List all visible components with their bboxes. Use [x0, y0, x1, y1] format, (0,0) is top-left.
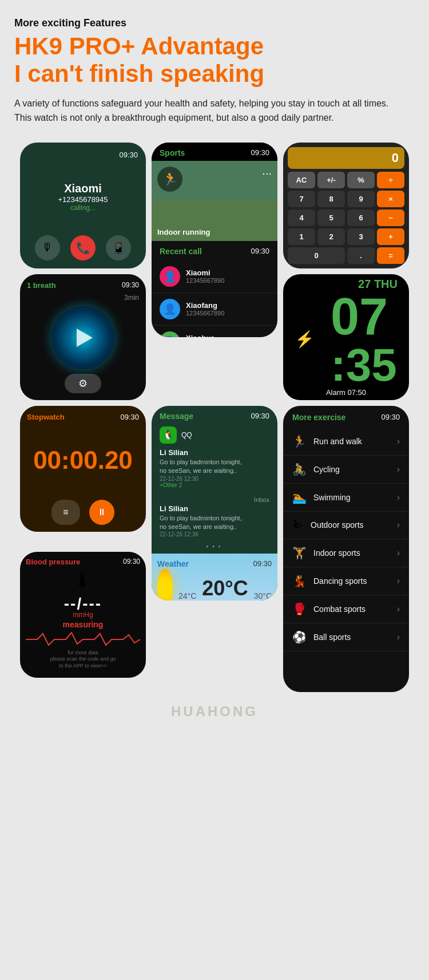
exercise-label-indoor: Indoor sports	[313, 548, 397, 558]
contact-item-3[interactable]: 👤 Xiaohua 12345667890	[152, 326, 277, 337]
calc-btn-plus[interactable]: +	[377, 228, 404, 245]
sports-more-button[interactable]: ···	[262, 167, 272, 180]
ball-icon: ⚽	[292, 630, 307, 644]
calc-btn-5[interactable]: 5	[317, 210, 345, 226]
stopwatch-menu-button[interactable]: ≡	[51, 500, 80, 525]
weather-screen: Weather 09:30 24°C 20°C 30°C 🌬 90 ☀ 6	[152, 554, 277, 600]
message-sender-2: Li Silian	[160, 504, 269, 513]
contact-item-1[interactable]: 👤 Xiaomi 12345667890	[152, 260, 277, 293]
weather-current: 20°C	[202, 576, 248, 600]
clock-minute: :35	[331, 342, 397, 388]
call-status: calling...	[58, 204, 108, 212]
calc-btn-minus[interactable]: −	[377, 210, 404, 226]
contact-avatar-2: 👤	[160, 299, 180, 319]
exercise-item-ball[interactable]: ⚽ Ball sports ›	[283, 623, 409, 651]
weather-title: Weather	[157, 559, 189, 568]
breath-header: 1 breath 09:30	[27, 281, 139, 290]
calc-btn-6[interactable]: 6	[347, 210, 375, 226]
call-name: Xiaomi	[58, 182, 108, 195]
exercise-item-combat[interactable]: 🥊 Combat sports ›	[283, 595, 409, 623]
calc-btn-plusminus[interactable]: +/-	[317, 172, 345, 188]
contact-number-2: 12345667890	[186, 310, 224, 317]
calc-btn-9[interactable]: 9	[347, 191, 375, 207]
end-call-button[interactable]: 📞	[70, 235, 96, 260]
contact-info-1: Xiaomi 12345667890	[186, 268, 224, 284]
calc-btn-dot[interactable]: .	[347, 247, 375, 264]
exercise-arrow-ball: ›	[397, 632, 400, 642]
message-meta-1: 22-12-26 12:30	[160, 476, 269, 482]
call-screen: 09:30 Xiaomi +12345678945 calling... 🎙 📞…	[20, 143, 146, 268]
calc-btn-1[interactable]: 1	[288, 228, 315, 245]
exercise-label-cycling: Cycling	[313, 465, 397, 474]
indoor-icon: 🏋	[292, 546, 307, 560]
calc-btn-multiply[interactable]: ×	[377, 191, 404, 207]
exercise-item-run[interactable]: 🏃 Run and walk ›	[283, 428, 409, 456]
message-inbox-label: Inbox	[152, 495, 277, 504]
mute-button[interactable]: 🎙	[35, 235, 60, 260]
stopwatch-pause-button[interactable]: ⏸	[89, 500, 114, 525]
calc-btn-4[interactable]: 4	[288, 210, 315, 226]
calc-btn-divide[interactable]: ÷	[377, 172, 404, 188]
exercise-arrow-indoor: ›	[397, 548, 400, 558]
sports-screen: Sports 09:30 🏃 ··· Indoor running ··· 🏃 …	[152, 143, 277, 337]
message-app-icon: 🐧	[160, 426, 177, 444]
calc-btn-ac[interactable]: AC	[288, 172, 315, 188]
message-time: 09:30	[251, 412, 269, 421]
message-body-1: Go to play badminton tonight, no seeSan,…	[160, 458, 269, 476]
weather-temps: 24°C 20°C 30°C	[178, 576, 272, 600]
contact-name-1: Xiaomi	[186, 268, 224, 277]
contact-info-3: Xiaohua 12345667890	[186, 334, 224, 337]
recent-call-time: 09:30	[251, 247, 269, 256]
stopwatch-screen: Stopwatch 09:30 00:00.20 ≡ ⏸	[20, 406, 146, 532]
message-more[interactable]: +Other 2	[160, 482, 269, 488]
breath-circle[interactable]	[51, 306, 114, 369]
exercise-item-indoor[interactable]: 🏋 Indoor sports ›	[283, 539, 409, 567]
contact-info-2: Xiaofang 12345667890	[186, 301, 224, 317]
call-number: +12345678945	[58, 195, 108, 204]
clock-time: 07 :35	[319, 291, 403, 388]
exercise-item-outdoor[interactable]: ⛷ Outdoor sports ›	[283, 512, 409, 539]
exercise-item-cycling[interactable]: 🚴 Cycling ›	[283, 456, 409, 484]
breath-play-icon	[77, 329, 93, 347]
contact-name-2: Xiaofang	[186, 301, 224, 310]
sports-title: Sports	[160, 148, 185, 157]
clock-screen: 27 THU ⚡ 07 :35 Alarm 07:50	[283, 274, 409, 400]
bp-ecg-graph	[26, 631, 140, 647]
keypad-button[interactable]: 📱	[106, 235, 131, 260]
contact-name-3: Xiaohua	[186, 334, 224, 337]
message-sender-1: Li Silian	[160, 448, 269, 457]
calc-btn-equals[interactable]: =	[377, 247, 404, 264]
stopwatch-title: Stopwatch	[27, 413, 65, 421]
exercise-label-dancing: Dancing sports	[313, 576, 397, 586]
calc-btn-3[interactable]: 3	[347, 228, 375, 245]
exercise-item-swimming[interactable]: 🏊 Swimming ›	[283, 484, 409, 512]
bp-header: Blood pressure 09:30	[26, 558, 140, 566]
exercise-arrow-run: ›	[397, 436, 400, 446]
clock-alarm: Alarm 07:50	[289, 388, 403, 397]
contact-avatar-1: 👤	[160, 266, 180, 287]
breath-settings-button[interactable]: ⚙	[65, 374, 101, 393]
recent-call-title: Recent call	[160, 247, 202, 256]
sports-activity-icon: 🏃	[157, 167, 182, 192]
message-meta-2: 22-12-26 12:36	[160, 531, 269, 538]
watermark: HUAHONG	[14, 704, 415, 720]
calc-btn-8[interactable]: 8	[317, 191, 345, 207]
message-app-row: 🐧 QQ	[152, 424, 277, 448]
bp-status: measuring	[63, 620, 104, 629]
swimming-icon: 🏊	[292, 491, 307, 504]
contact-item-2[interactable]: 👤 Xiaofang 12345667890	[152, 293, 277, 326]
call-buttons: 🎙 📞 📱	[35, 235, 131, 260]
calc-btn-7[interactable]: 7	[288, 191, 315, 207]
exercise-label-run: Run and walk	[313, 437, 397, 446]
calc-btn-0[interactable]: 0	[288, 247, 345, 264]
exercise-arrow-combat: ›	[397, 604, 400, 614]
stopwatch-buttons: ≡ ⏸	[27, 500, 139, 525]
message-content-2: Li Silian Go to play badminton tonight, …	[152, 504, 277, 538]
subtitle: More exciting Features	[14, 17, 415, 29]
calc-btn-percent[interactable]: %	[347, 172, 375, 188]
contact-number-1: 12345667890	[186, 277, 224, 284]
contact-avatar-3: 👤	[160, 331, 180, 337]
exercise-arrow-outdoor: ›	[397, 520, 400, 530]
exercise-item-dancing[interactable]: 💃 Dancing sports ›	[283, 567, 409, 595]
calc-btn-2[interactable]: 2	[317, 228, 345, 245]
